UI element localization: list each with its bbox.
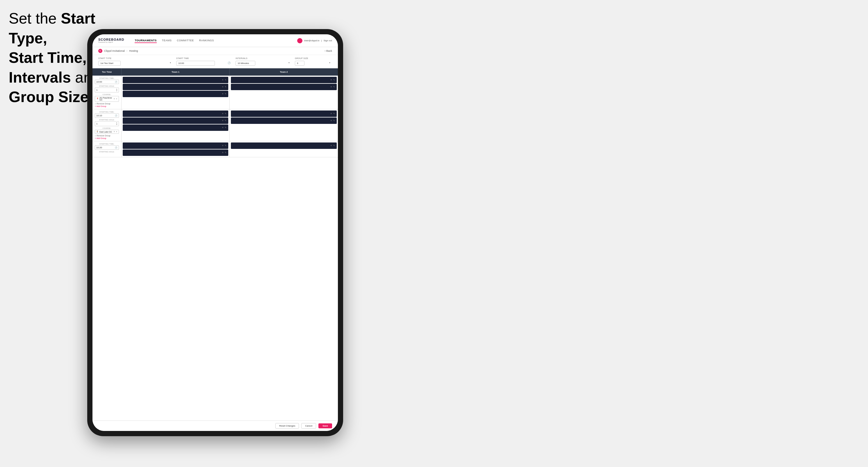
reset-changes-button[interactable]: Reset Changes (275, 423, 299, 429)
breadcrumb-section: Hosting (129, 50, 138, 52)
tee-team2-group1: ✕ ✎ ✕ ✎ (230, 75, 338, 109)
player-edit-g3-1-1[interactable]: ✎ (225, 145, 226, 147)
table-header: Tee Time Team 1 Team 2 (92, 68, 338, 75)
player-edit-g2-1-2[interactable]: ✎ (225, 120, 226, 122)
starting-time-label-3: STARTING TIME: (95, 143, 119, 145)
player-row-g2-2-1[interactable]: ✕ ✎ (231, 111, 337, 117)
player-edit-g2-2-1[interactable]: ✎ (333, 113, 335, 115)
course-expand-1[interactable]: ▼ (116, 98, 118, 100)
player-edit-2-2[interactable]: ✎ (333, 86, 335, 88)
player-row-g2-1-2[interactable]: ✕ ✎ (123, 118, 228, 124)
player-edit-g3-1-2[interactable]: ✎ (225, 152, 226, 154)
breadcrumb-bar: C Clippd Invitational › Hosting ‹ Back (92, 47, 338, 55)
hole-spinner-2[interactable]: ▲ ▼ (116, 122, 118, 125)
player-row-1-1[interactable]: ✕ ✎ (123, 77, 228, 83)
start-type-group: Start Type 1st Tee Start Shotgun Start (98, 57, 173, 66)
start-type-select[interactable]: 1st Tee Start Shotgun Start (98, 61, 121, 66)
user-email: blair@clippd.io (304, 39, 319, 42)
breadcrumb: C Clippd Invitational › Hosting (98, 49, 138, 53)
player-row-g2-2-2[interactable]: ✕ ✎ (231, 118, 337, 124)
group-size-select-wrapper: 3 2 4 (295, 60, 332, 66)
intervals-select[interactable]: 10 Minutes 8 Minutes 12 Minutes (236, 61, 255, 66)
starting-time-value-2[interactable]: 10:10 🕐 (95, 114, 119, 118)
player-x-1-3[interactable]: ✕ (222, 93, 224, 95)
back-button[interactable]: ‹ Back (324, 50, 332, 52)
breadcrumb-c-icon: C (98, 49, 102, 53)
player-x-2-1[interactable]: ✕ (330, 79, 332, 81)
player-row-g2-1-1[interactable]: ✕ ✎ (123, 111, 228, 117)
nav-rankings[interactable]: RANKINGS (199, 38, 214, 43)
player-x-g3-1-1[interactable]: ✕ (222, 145, 224, 147)
tablet-screen: SCOREBOARD Powered by clipp'd TOURNAMENT… (92, 34, 338, 431)
logo: SCOREBOARD Powered by clipp'd (98, 38, 124, 43)
starting-hole-value-2[interactable]: 1 ▲ ▼ (95, 121, 119, 126)
player-row-g2-1-3[interactable]: ✕ ✎ (123, 124, 228, 131)
bold-intervals: Intervals (9, 69, 71, 86)
nav-committee[interactable]: COMMITTEE (177, 38, 194, 43)
starting-time-value-3[interactable]: 10:20 🕐 (95, 146, 119, 150)
add-label-2[interactable]: + Add Group (95, 137, 106, 139)
remove-group-1[interactable]: ○ Remove Group (95, 103, 119, 105)
player-row-2-2[interactable]: ✕ ✎ (231, 84, 337, 90)
course-remove-1[interactable]: ✕ (114, 98, 115, 100)
player-x-g2-1-3[interactable]: ✕ (222, 126, 224, 129)
group-size-select[interactable]: 3 2 4 (295, 61, 305, 66)
player-edit-g2-1-1[interactable]: ✎ (225, 113, 226, 115)
player-edit-g2-1-3[interactable]: ✎ (225, 126, 226, 129)
starting-hole-value-1[interactable]: 1 ▲ ▼ (95, 88, 119, 92)
course-remove-2[interactable]: ✕ (114, 130, 115, 133)
add-group-2[interactable]: + Add Group (95, 137, 119, 139)
hole-spinner-1[interactable]: ▲ ▼ (116, 88, 118, 92)
hole-down-2[interactable]: ▼ (116, 124, 118, 125)
player-x-g2-1-2[interactable]: ✕ (222, 120, 224, 122)
player-row-1-2[interactable]: ✕ ✎ (123, 84, 228, 90)
cancel-button[interactable]: Cancel (301, 423, 316, 429)
player-x-1-1[interactable]: ✕ (222, 79, 224, 81)
player-row-g3-1-2[interactable]: ✕ ✎ (123, 150, 228, 156)
remove-group-2[interactable]: ○ Remove Group (95, 135, 119, 137)
player-edit-2-1[interactable]: ✎ (333, 79, 335, 81)
course-expand-2[interactable]: ▼ (116, 131, 118, 133)
navbar: SCOREBOARD Powered by clipp'd TOURNAMENT… (92, 34, 338, 47)
group-size-group: Group Size 3 2 4 (295, 57, 332, 66)
starting-time-value-1[interactable]: 10:00 🕐 (95, 80, 119, 84)
save-button[interactable]: Save (318, 424, 332, 428)
nav-teams[interactable]: TEAMS (162, 38, 172, 43)
tee-group-3: STARTING TIME: 10:20 🕐 STARTING HOLE: ✕ … (92, 141, 338, 157)
player-x-2-2[interactable]: ✕ (330, 86, 332, 88)
course-label-2: COURSE: (95, 127, 119, 129)
player-x-g3-2-1[interactable]: ✕ (330, 145, 332, 147)
starting-hole-2: 1 (96, 122, 97, 125)
action-links-1: ○ Remove Group + Add Group (95, 103, 119, 107)
player-x-g2-2-1[interactable]: ✕ (330, 113, 332, 115)
course-icon-2: 🏌 (96, 130, 99, 133)
player-row-g3-1-1[interactable]: ✕ ✎ (123, 143, 228, 149)
table-container: Tee Time Team 1 Team 2 STARTING TIME: 10… (92, 68, 338, 421)
player-edit-g2-2-2[interactable]: ✎ (333, 120, 335, 122)
clock-icon-1: 🕐 (115, 81, 118, 83)
breadcrumb-tournament[interactable]: Clippd Invitational (104, 50, 125, 52)
player-x-g2-1-1[interactable]: ✕ (222, 113, 224, 115)
player-row-1-3[interactable]: ✕ ✎ (123, 91, 228, 97)
starting-hole-label-3: STARTING HOLE: (95, 151, 119, 153)
remove-label-1[interactable]: Remove Group (97, 103, 110, 105)
player-x-g2-2-2[interactable]: ✕ (330, 120, 332, 122)
player-row-2-1[interactable]: ✕ ✎ (231, 77, 337, 83)
nav-tournaments[interactable]: TOURNAMENTS (135, 38, 156, 43)
tee-team2-group3: ✕ ✎ (230, 141, 338, 157)
player-edit-1-3[interactable]: ✎ (225, 93, 226, 95)
player-x-1-2[interactable]: ✕ (222, 86, 224, 88)
player-edit-1-2[interactable]: ✎ (225, 86, 226, 88)
player-edit-1-1[interactable]: ✎ (225, 79, 226, 81)
start-time-input-wrapper: 🕐 (176, 60, 232, 66)
th-team1: Team 1 (122, 68, 230, 75)
hole-down-1[interactable]: ▼ (116, 90, 118, 92)
sign-out-link[interactable]: Sign out (323, 39, 332, 42)
player-x-g3-1-2[interactable]: ✕ (222, 152, 224, 154)
player-row-g3-2-1[interactable]: ✕ ✎ (231, 143, 337, 149)
player-edit-g3-2-1[interactable]: ✎ (333, 145, 335, 147)
add-group-1[interactable]: + Add Group (95, 105, 119, 107)
add-label-1[interactable]: + Add Group (95, 105, 106, 107)
start-time-input[interactable] (176, 61, 215, 66)
remove-label-2[interactable]: Remove Group (97, 135, 110, 137)
